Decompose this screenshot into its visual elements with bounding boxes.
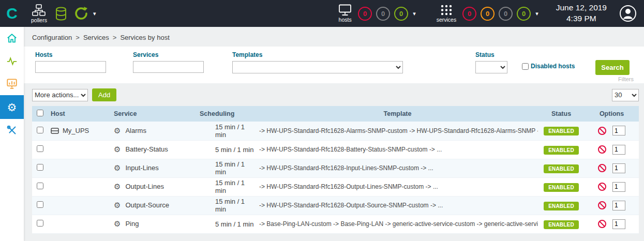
services-menu[interactable]: services — [437, 4, 457, 23]
service-name-link[interactable]: Battery-Status — [125, 145, 168, 153]
sidebar-item-monitoring[interactable] — [0, 50, 24, 72]
time-text: 4:39 PM — [556, 13, 607, 24]
poller-chevron-down-icon[interactable]: ▾ — [93, 10, 96, 17]
row-checkbox[interactable] — [37, 127, 43, 133]
disable-service-icon[interactable] — [598, 201, 606, 209]
services-critical-badge[interactable]: 0 — [462, 7, 476, 21]
service-name-link[interactable]: Output-Source — [125, 201, 169, 209]
sidebar-item-configuration[interactable]: ⚙ — [0, 95, 24, 119]
table-row: ⚙Output-Source15 min / 1 min-> HW-UPS-St… — [32, 196, 639, 215]
sidebar-item-home[interactable] — [0, 27, 24, 50]
sidebar-item-reporting[interactable] — [0, 72, 24, 95]
service-name-link[interactable]: Alarms — [125, 127, 146, 134]
services-status-group: services 0 0 0 0 ▾ — [437, 4, 538, 23]
date-text: June 12, 2019 — [556, 3, 607, 13]
pollers-menu[interactable]: pollers — [31, 4, 47, 23]
row-checkbox[interactable] — [37, 164, 43, 171]
sidebar: ⚙ — [0, 27, 24, 241]
status-filter-label: Status — [475, 51, 507, 58]
search-button[interactable]: Search — [595, 60, 629, 75]
actions-bar: More actions... Add 30 — [24, 83, 644, 106]
breadcrumb-configuration[interactable]: Configuration — [32, 34, 72, 41]
user-menu[interactable] — [619, 5, 637, 22]
template-cell: -> HW-UPS-Standard-Rfc1628-Input-Lines-S… — [257, 159, 538, 177]
template-cell: -> HW-UPS-Standard-Rfc1628-Output-Source… — [257, 196, 538, 215]
service-name-link[interactable]: Input-Lines — [125, 164, 158, 172]
disabled-hosts-checkbox[interactable] — [522, 63, 529, 70]
options-count-input[interactable] — [612, 163, 625, 173]
services-icon — [440, 4, 453, 16]
sidebar-item-administration[interactable] — [0, 119, 24, 142]
services-warning-badge[interactable]: 0 — [481, 7, 495, 21]
disable-service-icon[interactable] — [598, 183, 606, 191]
host-name-link[interactable]: My_UPS — [63, 127, 89, 134]
options-count-input[interactable] — [612, 201, 625, 210]
disabled-hosts-toggle[interactable]: Disabled hosts — [522, 63, 575, 70]
table-row: ⚙Output-Lines15 min / 1 min-> HW-UPS-Sta… — [32, 177, 639, 196]
row-checkbox[interactable] — [37, 145, 43, 152]
gear-icon: ⚙ — [7, 102, 17, 113]
row-checkbox[interactable] — [37, 183, 43, 189]
options-count-input[interactable] — [612, 145, 625, 155]
breadcrumb-separator: > — [76, 34, 80, 41]
service-name-link[interactable]: Output-Lines — [125, 183, 163, 190]
hosts-filter-label: Hosts — [35, 51, 106, 58]
scheduling-cell: 15 min / 1 min — [192, 196, 257, 215]
hosts-filter-input[interactable] — [35, 61, 106, 73]
services-ok-badge[interactable]: 0 — [517, 7, 531, 21]
service-gear-icon: ⚙ — [114, 126, 121, 135]
breadcrumb-services[interactable]: Services — [83, 34, 109, 41]
status-badge: ENABLED — [544, 202, 579, 210]
status-filter-select[interactable] — [475, 61, 507, 73]
disable-service-icon[interactable] — [598, 220, 606, 228]
select-all-checkbox[interactable] — [37, 110, 43, 116]
service-gear-icon: ⚙ — [114, 163, 121, 173]
hosts-chevron-down-icon[interactable]: ▾ — [413, 10, 416, 17]
templates-filter-label: Templates — [232, 51, 403, 58]
templates-filter-select[interactable] — [232, 61, 403, 73]
page-size-select[interactable]: 30 — [612, 89, 639, 101]
services-table-body: My_UPS⚙Alarms15 min / 1 min-> HW-UPS-Sta… — [32, 122, 639, 233]
header-options: Options — [585, 106, 639, 122]
breadcrumb-services-by-host[interactable]: Services by host — [120, 34, 169, 41]
header-template: Template — [257, 106, 538, 122]
service-name-link[interactable]: Ping — [125, 220, 139, 228]
add-button[interactable]: Add — [92, 88, 116, 101]
scheduling-cell: 15 min / 1 min — [192, 177, 257, 196]
status-badge: ENABLED — [544, 127, 579, 135]
hosts-label: hosts — [339, 17, 352, 23]
poller-status-button[interactable] — [74, 6, 88, 21]
filter-bar: Hosts Services Templates Status Disabled… — [24, 47, 644, 83]
header-service: Service — [110, 106, 192, 122]
services-table-panel: Host Service Scheduling Template Status … — [32, 106, 639, 234]
services-chevron-down-icon[interactable]: ▾ — [535, 10, 538, 17]
services-unknown-badge[interactable]: 0 — [499, 7, 513, 21]
header-host: Host — [48, 106, 110, 122]
service-gear-icon: ⚙ — [114, 201, 121, 210]
hosts-up-badge[interactable]: 0 — [394, 7, 408, 21]
hosts-down-badge[interactable]: 0 — [358, 7, 372, 21]
services-filter-input[interactable] — [133, 61, 204, 73]
services-filter-label: Services — [133, 51, 204, 58]
options-count-input[interactable] — [612, 219, 625, 229]
row-checkbox[interactable] — [37, 201, 43, 208]
table-header-row: Host Service Scheduling Template Status … — [32, 106, 639, 122]
disable-service-icon[interactable] — [598, 145, 606, 154]
disable-service-icon[interactable] — [598, 164, 606, 172]
options-count-input[interactable] — [612, 182, 625, 192]
disable-service-icon[interactable] — [598, 127, 606, 135]
more-actions-select[interactable]: More actions... — [32, 89, 88, 101]
options-count-input[interactable] — [612, 126, 625, 135]
host-icon — [51, 127, 63, 134]
services-filter-block: Services — [133, 51, 204, 73]
disabled-hosts-label: Disabled hosts — [531, 63, 575, 70]
service-gear-icon: ⚙ — [114, 219, 121, 229]
centreon-logo[interactable]: C — [0, 0, 24, 27]
header-status: Status — [538, 106, 585, 122]
hosts-unreachable-badge[interactable]: 0 — [376, 7, 390, 21]
row-checkbox[interactable] — [37, 220, 43, 227]
hosts-menu[interactable]: hosts — [338, 4, 352, 23]
database-button[interactable] — [55, 7, 67, 21]
pollers-icon — [32, 4, 46, 17]
breadcrumb-separator: > — [113, 34, 117, 41]
